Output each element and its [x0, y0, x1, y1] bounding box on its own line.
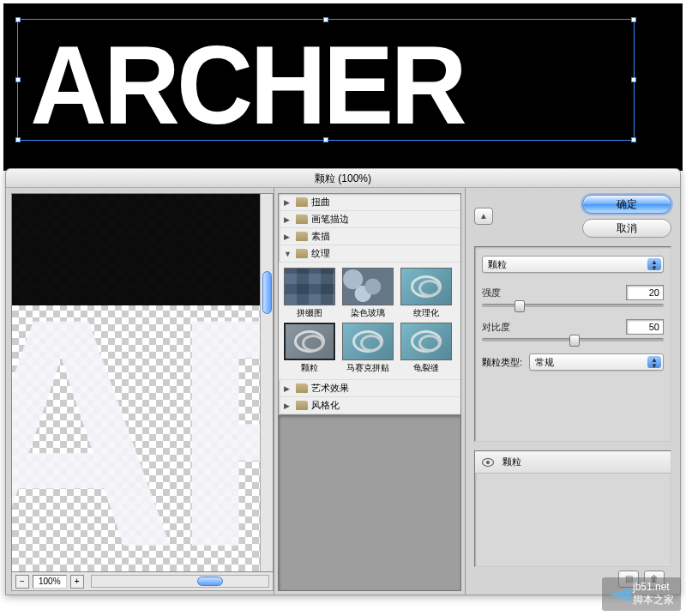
folder-icon [296, 383, 308, 393]
watermark-site: jb51.net [633, 581, 674, 593]
category-distort[interactable]: ▶ 扭曲 [279, 194, 460, 211]
vertical-scroll-thumb[interactable] [262, 271, 272, 314]
category-sketch[interactable]: ▶ 素描 [279, 228, 460, 245]
grain-type-row: 颗粒类型: 常规 ▲▼ [482, 353, 664, 371]
ok-button[interactable]: 确定 [582, 195, 671, 214]
collapse-button[interactable]: ▲ [474, 208, 493, 225]
vertical-scrollbar[interactable] [260, 194, 273, 571]
category-brush-strokes[interactable]: ▶ 画笔描边 [279, 211, 460, 228]
intensity-input[interactable]: 20 [626, 285, 664, 300]
contrast-input[interactable]: 50 [626, 319, 664, 335]
folder-icon [296, 197, 308, 207]
dropdown-caret-icon: ▲▼ [647, 258, 661, 270]
filter-texturizer[interactable]: 纹理化 [399, 268, 454, 319]
chevron-down-icon: ▼ [284, 250, 292, 258]
thumb-label: 纹理化 [399, 307, 454, 319]
preview-area[interactable]: AR [11, 193, 274, 572]
contrast-label: 对比度 [482, 321, 510, 334]
chevron-right-icon: ▶ [284, 233, 292, 241]
dropdown-value: 颗粒 [488, 258, 507, 271]
effect-layer-row[interactable]: 颗粒 [475, 451, 671, 474]
category-label: 纹理 [311, 247, 330, 260]
preview-letter-shape: AR [11, 245, 274, 572]
preview-panel: AR − 100% + [6, 188, 274, 595]
folder-icon [296, 401, 308, 410]
layer-name: 颗粒 [502, 456, 521, 468]
slider-thumb[interactable] [569, 335, 580, 347]
thumb-label: 染色玻璃 [340, 307, 395, 319]
categories-empty-area [278, 415, 461, 591]
filter-stained-glass[interactable]: 染色玻璃 [340, 268, 395, 319]
filter-patchwork[interactable]: 拼缀图 [282, 268, 337, 319]
visibility-eye-icon[interactable] [482, 458, 494, 467]
texture-thumbnails: 拼缀图 染色玻璃 纹理化 颗粒 [279, 263, 460, 379]
grain-type-dropdown[interactable]: 常规 ▲▼ [529, 353, 664, 371]
category-label: 艺术效果 [311, 382, 349, 395]
options-panel: ▲ 确定 取消 颗粒 ▲▼ 强度 20 [466, 188, 680, 595]
watermark: jb51.net 脚本之家 [602, 577, 681, 611]
selection-bounding-box[interactable] [17, 19, 635, 141]
zoom-out-button[interactable]: − [15, 575, 29, 589]
chevron-right-icon: ▶ [284, 384, 292, 393]
intensity-label: 强度 [482, 287, 501, 299]
zoom-in-button[interactable]: + [70, 575, 84, 589]
filter-mosaic-tiles[interactable]: 马赛克拼贴 [340, 323, 395, 374]
category-stylize[interactable]: ▶ 风格化 [279, 397, 460, 414]
filter-options-box: 颗粒 ▲▼ 强度 20 对比度 50 [474, 246, 671, 442]
dialog-title: 颗粒 (100%) [6, 169, 680, 188]
button-row: ▲ 确定 取消 [474, 195, 671, 238]
horizontal-scrollbar[interactable] [91, 575, 269, 588]
dropdown-caret-icon: ▲▼ [647, 356, 661, 368]
slider-thumb[interactable] [514, 300, 525, 312]
filter-name-dropdown[interactable]: 颗粒 ▲▼ [482, 256, 664, 273]
watermark-name: 脚本之家 [633, 593, 674, 607]
category-list: ▶ 扭曲 ▶ 画笔描边 ▶ 素描 ▼ 纹理 [278, 193, 461, 415]
category-label: 扭曲 [311, 196, 330, 208]
category-label: 画笔描边 [311, 213, 349, 226]
category-label: 素描 [311, 230, 330, 243]
intensity-slider[interactable] [482, 304, 664, 307]
contrast-row: 对比度 50 [482, 319, 664, 335]
grain-type-label: 颗粒类型: [482, 356, 522, 369]
chevron-right-icon: ▶ [284, 198, 292, 207]
folder-icon [296, 214, 308, 224]
folder-icon [296, 232, 308, 241]
arrow-icon [609, 588, 631, 601]
category-label: 风格化 [311, 399, 340, 412]
thumb-label: 拼缀图 [282, 307, 337, 319]
filter-categories-panel: ▶ 扭曲 ▶ 画笔描边 ▶ 素描 ▼ 纹理 [274, 188, 466, 595]
horizontal-scroll-thumb[interactable] [197, 577, 223, 586]
category-artistic[interactable]: ▶ 艺术效果 [279, 380, 460, 397]
category-texture[interactable]: ▼ 纹理 [279, 245, 460, 263]
dropdown-value: 常规 [535, 356, 554, 369]
thumb-label: 龟裂缝 [399, 362, 454, 374]
chevron-right-icon: ▶ [284, 215, 292, 224]
thumb-label: 马赛克拼贴 [340, 362, 395, 374]
intensity-row: 强度 20 [482, 285, 664, 300]
thumb-label: 颗粒 [282, 362, 337, 374]
canvas-banner: ARCHER [3, 3, 683, 171]
folder-icon [296, 249, 308, 258]
filter-grain[interactable]: 颗粒 [282, 323, 337, 374]
filter-gallery-dialog: 颗粒 (100%) AR − 100% + [5, 168, 681, 595]
contrast-slider[interactable] [482, 338, 664, 341]
chevron-right-icon: ▶ [284, 402, 292, 410]
filter-craquelure[interactable]: 龟裂缝 [399, 323, 454, 374]
preview-footer: − 100% + [11, 572, 274, 591]
zoom-level[interactable]: 100% [33, 575, 67, 589]
effect-layers-box: 颗粒 [474, 450, 671, 567]
cancel-button[interactable]: 取消 [582, 219, 671, 238]
